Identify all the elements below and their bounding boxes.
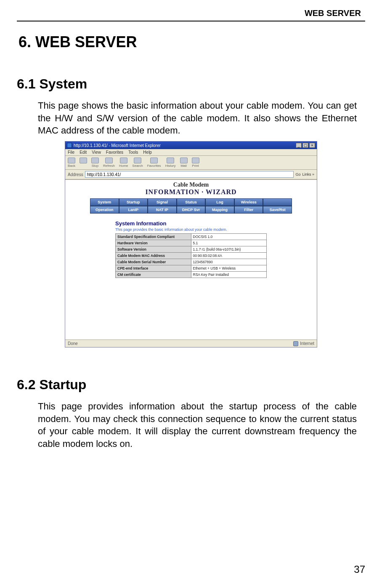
history-icon	[167, 158, 174, 163]
tab-row-2: Operation LanIP NAT IP DHCP Svr Mapping …	[90, 206, 292, 214]
forward-button[interactable]	[80, 158, 87, 168]
tab-lanip[interactable]: LanIP	[119, 206, 148, 214]
menu-tools[interactable]: Tools	[128, 150, 138, 155]
window-title: http://10.1.130.41/ - Microsoft Internet…	[74, 143, 161, 148]
section-6-1-title: 6.1 System	[17, 76, 365, 92]
menu-view[interactable]: View	[92, 150, 101, 155]
close-button[interactable]: ×	[309, 143, 315, 148]
section-6-2-body: This page provides information about the…	[38, 400, 357, 450]
tab-mapping[interactable]: Mapping	[205, 206, 234, 214]
back-icon	[68, 158, 75, 163]
home-icon	[120, 158, 127, 163]
minimize-button[interactable]: _	[296, 143, 302, 148]
print-icon	[192, 158, 199, 163]
tab-natip[interactable]: NAT IP	[148, 206, 177, 214]
home-button[interactable]: Home	[119, 158, 128, 168]
tab-row-1: System Startup Signal Status Log Wireles…	[90, 198, 292, 206]
stop-button[interactable]: Stop	[91, 158, 99, 168]
embedded-screenshot: http://10.1.130.41/ - Microsoft Internet…	[65, 141, 317, 347]
tab-filter[interactable]: Filter	[234, 206, 263, 214]
tab-startup[interactable]: Startup	[119, 198, 148, 206]
running-header: WEB SERVER	[17, 8, 365, 21]
address-label: Address	[68, 172, 83, 177]
tab-wireless[interactable]: Wireless	[234, 198, 263, 206]
search-icon	[134, 158, 141, 163]
row-key: Hardware Version	[116, 240, 191, 246]
section-6-2-title: 6.2 Startup	[17, 377, 365, 393]
row-value: 1.1.7 r1 (build 06a-v107r1.bin)	[191, 246, 267, 253]
nav-tabs: System Startup Signal Status Log Wireles…	[90, 198, 292, 214]
page-banner: Cable Modem INFORMATION · WIZARD	[65, 180, 317, 196]
menu-help[interactable]: Help	[143, 150, 152, 155]
table-row: CPE-end InterfaceEthernet + USB + Wirele…	[116, 265, 267, 272]
internet-zone-icon	[293, 341, 298, 346]
status-bar: Done Internet	[65, 339, 317, 347]
row-key: Cable Modem MAC Address	[116, 253, 191, 259]
row-key: Software Version	[116, 246, 191, 253]
panel-subtitle: This page provides the basic information…	[115, 227, 267, 232]
menu-file[interactable]: File	[68, 150, 74, 155]
tab-system[interactable]: System	[90, 198, 119, 206]
menu-favorites[interactable]: Favorites	[106, 150, 123, 155]
ie-icon	[67, 143, 72, 148]
row-key: CM certificate	[116, 272, 191, 278]
browser-window: http://10.1.130.41/ - Microsoft Internet…	[65, 141, 317, 347]
table-row: Software Version1.1.7 r1 (build 06a-v107…	[116, 246, 267, 253]
page-number: 37	[354, 564, 365, 575]
menu-edit[interactable]: Edit	[80, 150, 87, 155]
menu-bar: File Edit View Favorites Tools Help	[65, 149, 317, 156]
status-text: Done	[68, 341, 78, 346]
tab-signal[interactable]: Signal	[148, 198, 177, 206]
banner-line-1: Cable Modem	[65, 182, 317, 188]
go-button[interactable]: Go	[295, 172, 300, 176]
tab-dhcp[interactable]: DHCP Svr	[177, 206, 206, 214]
row-value: Ethernet + USB + Wireless	[191, 265, 267, 272]
print-button[interactable]: Print	[192, 158, 199, 168]
favorites-icon	[150, 158, 158, 163]
tab-saverst[interactable]: Save/Rst	[263, 206, 292, 214]
banner-line-2: INFORMATION · WIZARD	[65, 188, 317, 196]
table-row: CM certificateRSA Key Pair Installed	[116, 272, 267, 278]
table-row: Hardware Version5.1	[116, 240, 267, 246]
address-bar: Address Go Links »	[65, 170, 317, 179]
tab-status[interactable]: Status	[177, 198, 206, 206]
mail-icon	[180, 158, 188, 163]
table-row: Cable Modem Serial Number1234567890	[116, 259, 267, 265]
section-6-1-body: This page shows the basic information ab…	[38, 99, 357, 137]
table-row: Cable Modem MAC Address00:90:83:02:08:4A	[116, 253, 267, 259]
back-button[interactable]: Back	[68, 158, 75, 168]
row-value: 00:90:83:02:08:4A	[191, 253, 267, 259]
chapter-title: 6. WEB SERVER	[19, 33, 365, 51]
refresh-icon	[105, 158, 113, 163]
page-content: Cable Modem INFORMATION · WIZARD System …	[65, 179, 317, 339]
row-key: Cable Modem Serial Number	[116, 259, 191, 265]
header-rule	[17, 21, 365, 21]
tab-wep[interactable]	[263, 198, 292, 206]
row-value: 5.1	[191, 240, 267, 246]
links-button[interactable]: Links »	[302, 172, 314, 176]
search-button[interactable]: Search	[132, 158, 143, 168]
row-value: 1234567890	[191, 259, 267, 265]
tab-operation[interactable]: Operation	[90, 206, 119, 214]
address-input[interactable]	[85, 171, 294, 178]
tab-log[interactable]: Log	[205, 198, 234, 206]
system-info-panel: System Information This page provides th…	[115, 220, 267, 278]
forward-icon	[80, 158, 87, 163]
system-info-table: Standard Specification CompliantDOCSIS 1…	[115, 233, 267, 278]
maximize-button[interactable]: ▢	[302, 143, 308, 148]
refresh-button[interactable]: Refresh	[103, 158, 115, 168]
row-value: RSA Key Pair Installed	[191, 272, 267, 278]
row-key: Standard Specification Compliant	[116, 234, 191, 240]
title-bar: http://10.1.130.41/ - Microsoft Internet…	[65, 142, 317, 149]
stop-icon	[91, 158, 99, 163]
history-button[interactable]: History	[165, 158, 176, 168]
favorites-button[interactable]: Favorites	[147, 158, 161, 168]
panel-title: System Information	[115, 220, 267, 227]
zone-label: Internet	[300, 341, 314, 346]
row-value: DOCSIS 1.0	[191, 234, 267, 240]
mail-button[interactable]: Mail	[180, 158, 188, 168]
window-controls: _ ▢ ×	[296, 143, 315, 148]
row-key: CPE-end Interface	[116, 265, 191, 272]
toolbar: Back Stop Refresh Home Search Favorites …	[65, 156, 317, 170]
table-row: Standard Specification CompliantDOCSIS 1…	[116, 234, 267, 240]
